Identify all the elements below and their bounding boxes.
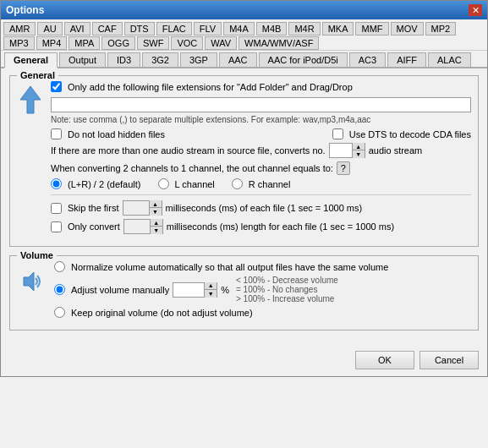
format-tab-m4r[interactable]: M4R [288,22,320,36]
svg-marker-0 [20,86,41,113]
only-convert-checkbox[interactable] [51,221,62,232]
only-convert-label: Only convert [68,221,120,232]
main-tab-general[interactable]: General [4,52,58,68]
format-tab-mp2[interactable]: MP2 [425,22,457,36]
format-tab-mmf[interactable]: MMF [355,22,388,36]
format-tab-avi[interactable]: AVI [64,22,90,36]
audio-stream-input[interactable]: 1 [330,144,352,157]
cancel-button[interactable]: Cancel [419,351,479,369]
adjust-radio[interactable] [54,284,65,295]
only-convert-up[interactable]: ▲ [151,219,162,227]
hidden-files-checkbox[interactable] [51,128,62,139]
volume-notes: < 100% - Decrease volume = 100% - No cha… [236,276,338,303]
volume-section: Volume Normalize volume [9,255,479,331]
skip-first-spinner[interactable]: 0 ▲ ▼ [123,200,162,216]
title-bar: Options ✕ [1,1,487,19]
channel-default-label: (L+R) / 2 (default) [68,179,141,189]
main-tab-alac[interactable]: ALAC [428,52,471,67]
audio-stream-down[interactable]: ▼ [353,150,365,158]
general-fields: Only add the following file extensions f… [51,81,471,238]
skip-first-unit: milliseconds (ms) of each file (1 sec = … [166,203,363,213]
main-tab-3g2[interactable]: 3G2 [142,52,178,67]
main-tab-aac[interactable]: AAC [219,52,257,67]
channel-right-radio[interactable] [232,178,243,189]
channel-left-radio[interactable] [158,178,169,189]
format-tab-flv[interactable]: FLV [194,22,222,36]
normalize-row: Normalize volume automatically so that a… [54,261,471,272]
volume-note-1: < 100% - Decrease volume [236,276,338,285]
volume-up[interactable]: ▲ [205,282,217,290]
format-tab-mp3[interactable]: MP3 [3,36,35,50]
volume-input[interactable]: 100 [173,283,204,297]
normalize-radio[interactable] [54,261,65,272]
only-convert-spinner[interactable]: 0 ▲ ▼ [123,219,163,234]
volume-down[interactable]: ▼ [205,290,217,298]
channels-text: When converting 2 channels to 1 channel,… [51,163,333,173]
format-tab-mov[interactable]: MOV [391,22,424,36]
volume-icon [17,266,47,298]
format-tab-ogg[interactable]: OGG [101,36,135,50]
channel-default-radio[interactable] [51,178,62,189]
format-tab-m4b[interactable]: M4B [256,22,288,36]
main-tabs-row: GeneralOutputID33G23GPAACAAC for iPod/D5… [1,51,487,68]
keep-label: Keep original volume (do not adjust volu… [71,308,253,318]
main-tab-id3[interactable]: ID3 [107,52,140,67]
format-tab-wav[interactable]: WAV [205,36,237,50]
only-convert-row: Only convert 0 ▲ ▼ milliseconds (ms) len… [51,219,471,234]
format-tab-caf[interactable]: CAF [92,22,123,36]
keep-volume-row: Keep original volume (do not adjust volu… [54,307,471,318]
format-tab-mpa[interactable]: MPA [69,36,100,50]
adjust-volume-row: Adjust volume manually 100 ▲ ▼ % < 100% … [54,276,471,303]
content-area: General Only add the following file exte… [1,68,487,346]
normalize-label: Normalize volume automatically so that a… [71,262,388,272]
volume-spinner[interactable]: 100 ▲ ▼ [173,282,217,298]
format-tab-swf[interactable]: SWF [137,36,169,50]
format-tab-flac[interactable]: FLAC [156,22,192,36]
skip-first-row: Skip the first 0 ▲ ▼ milliseconds (ms) o… [51,200,471,216]
hidden-files-label: Do not load hidden files [68,129,165,139]
skip-first-checkbox[interactable] [51,203,62,214]
ext-checkbox[interactable] [51,81,62,92]
format-tab-m4a[interactable]: M4A [223,22,255,36]
audio-stream-text2: audio stream [369,145,423,156]
format-tab-voc[interactable]: VOC [171,36,203,50]
volume-note-3: > 100% - Increase volume [236,294,338,303]
audio-stream-row: If there are more than one audio stream … [51,143,471,158]
dts-checkbox[interactable] [332,128,343,139]
main-tab-aac-for-ipod/d5i[interactable]: AAC for iPod/D5i [259,52,348,67]
main-tab-aiff[interactable]: AIFF [387,52,426,67]
only-convert-unit: milliseconds (ms) length for each file (… [167,221,394,232]
only-convert-down[interactable]: ▼ [151,227,162,234]
ext-checkbox-label: Only add the following file extensions f… [68,82,353,92]
format-tab-wma-wmv-asf[interactable]: WMA/WMV/ASF [239,36,319,50]
general-section: General Only add the following file exte… [9,75,479,247]
only-convert-input[interactable]: 0 [124,221,150,232]
options-window: Options ✕ AMRAUAVICAFDTSFLACFLVM4AM4BM4R… [0,0,488,377]
volume-unit: % [221,285,229,295]
format-tab-mp4[interactable]: MP4 [36,36,68,50]
skip-first-up[interactable]: ▲ [150,200,162,208]
channel-right-label: R channel [249,179,291,189]
ext-input[interactable]: amr,wav [51,97,471,112]
main-tab-ac3[interactable]: AC3 [349,52,386,67]
format-tab-mka[interactable]: MKA [322,22,354,36]
main-tab-output[interactable]: Output [59,52,106,67]
skip-first-input[interactable]: 0 [123,203,149,213]
channel-radio-row: (L+R) / 2 (default) L channel R channel [51,178,471,189]
keep-radio[interactable] [54,307,65,318]
skip-first-down[interactable]: ▼ [150,208,162,216]
svg-marker-1 [24,272,34,291]
footer: OK Cancel [1,346,487,376]
ok-button[interactable]: OK [355,351,414,369]
audio-stream-text1: If there are more than one audio stream … [51,145,326,156]
format-tab-au[interactable]: AU [37,22,62,36]
audio-stream-spinner[interactable]: 1 ▲ ▼ [329,143,365,158]
volume-fields: Normalize volume automatically so that a… [54,261,471,321]
format-tab-dts[interactable]: DTS [124,22,155,36]
format-tab-amr[interactable]: AMR [3,22,36,36]
volume-note-2: = 100% - No changes [236,285,338,294]
help-button[interactable]: ? [337,161,350,175]
audio-stream-up[interactable]: ▲ [353,143,365,150]
close-button[interactable]: ✕ [469,4,482,16]
main-tab-3gp[interactable]: 3GP [180,52,217,67]
